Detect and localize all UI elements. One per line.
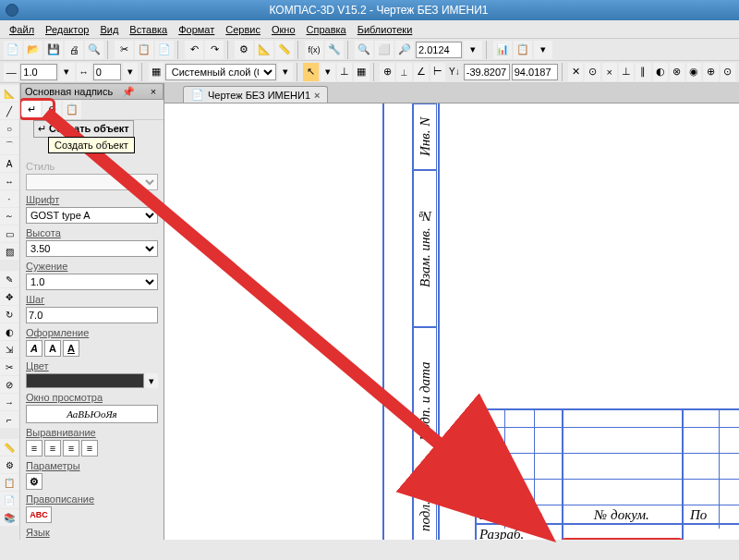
cut-button[interactable]: ✂ xyxy=(115,41,133,59)
align-justify-button[interactable]: ≡ xyxy=(81,440,98,457)
tab-document[interactable]: 📄 Чертеж БЕЗ ИМЕНИ1 × xyxy=(183,86,328,103)
tool-button[interactable]: 📋 xyxy=(514,41,532,59)
new-button[interactable]: 📄 xyxy=(4,41,22,59)
align-center-button[interactable]: ≡ xyxy=(44,440,61,457)
tool-geometry[interactable]: 📐 xyxy=(0,85,18,102)
ortho-button[interactable]: ⊥ xyxy=(337,63,352,81)
snap-tool[interactable]: ∥ xyxy=(636,63,650,81)
tool-lib[interactable]: 📚 xyxy=(0,509,18,526)
save-button[interactable]: 💾 xyxy=(44,41,63,59)
tool-spline[interactable]: ～ xyxy=(0,208,18,225)
tool-button[interactable]: 📋 xyxy=(63,101,81,119)
underline-button[interactable]: A xyxy=(63,340,79,357)
narrow-select[interactable]: 1.0 xyxy=(26,274,158,290)
zoom-in-button[interactable]: 🔎 xyxy=(395,41,414,59)
dropdown-icon[interactable]: ▾ xyxy=(123,63,138,81)
tool-scale[interactable]: ⇲ xyxy=(0,341,18,358)
tool-button[interactable]: 📏 xyxy=(275,41,294,59)
cursor-button[interactable]: ↖ xyxy=(303,63,318,81)
fx-button[interactable]: f(x) xyxy=(305,41,323,59)
tool-button[interactable]: 🔧 xyxy=(325,41,344,59)
menu-format[interactable]: Формат xyxy=(173,22,220,37)
align-left-button[interactable]: ≡ xyxy=(26,440,42,457)
tool-measure[interactable]: 📏 xyxy=(0,439,18,456)
tool-button[interactable]: 📊 xyxy=(493,41,512,59)
menu-help[interactable]: Справка xyxy=(301,22,352,37)
canvas-area[interactable]: 📄 Чертеж БЕЗ ИМЕНИ1 × Инв. N Взам. инв. … xyxy=(164,83,739,540)
line-style-button[interactable]: — xyxy=(4,63,18,81)
layer-select[interactable]: Системный слой (0) xyxy=(165,64,276,80)
step-button[interactable]: ↔ xyxy=(77,63,91,81)
font-select[interactable]: GOST type A xyxy=(26,207,158,224)
snap-tool[interactable]: ✕ xyxy=(568,63,583,81)
menu-file[interactable]: Файл xyxy=(4,22,40,37)
bold-button[interactable]: A xyxy=(44,340,61,357)
preview-button[interactable]: 🔍 xyxy=(85,41,103,59)
snap-button[interactable]: ⟂ xyxy=(396,63,411,81)
tool-button[interactable]: 📐 xyxy=(255,41,273,59)
coord-x-input[interactable] xyxy=(464,64,510,80)
snap-button[interactable]: ⊢ xyxy=(430,63,445,81)
close-tab-icon[interactable]: × xyxy=(314,90,320,101)
dropdown-icon[interactable]: ▾ xyxy=(59,63,74,81)
tool-mirror[interactable]: ◐ xyxy=(0,323,18,340)
tool-button[interactable]: ⚙ xyxy=(235,41,253,59)
menu-insert[interactable]: Вставка xyxy=(124,22,173,37)
undo-button[interactable]: ↶ xyxy=(185,41,203,59)
tool-param[interactable]: ⚙ xyxy=(0,457,18,473)
tool-edit[interactable]: ✎ xyxy=(0,271,18,287)
snap-tool[interactable]: ⊙ xyxy=(721,63,735,81)
create-object-item[interactable]: ↵ Создать объект xyxy=(33,120,134,138)
snap-tool[interactable]: ◉ xyxy=(686,63,701,81)
tool-rotate[interactable]: ↻ xyxy=(0,306,18,323)
step-input[interactable] xyxy=(26,307,158,323)
tool-report[interactable]: 📄 xyxy=(0,492,18,508)
tool-hatch[interactable]: ▨ xyxy=(0,243,18,260)
dropdown-icon[interactable]: ▾ xyxy=(321,63,335,81)
snap-tool[interactable]: ⊥ xyxy=(619,63,634,81)
spellcheck-button[interactable]: ABC xyxy=(26,506,52,523)
dropdown-icon[interactable]: ▾ xyxy=(534,41,552,59)
grid-button[interactable]: ▦ xyxy=(354,63,369,81)
tool-fillet[interactable]: ⌐ xyxy=(0,411,18,428)
dropdown-icon[interactable]: ▾ xyxy=(464,41,482,59)
tool-extend[interactable]: → xyxy=(0,394,18,410)
coord-y-input[interactable] xyxy=(512,64,558,80)
snap-tool[interactable]: ◐ xyxy=(653,63,668,81)
close-icon[interactable]: × xyxy=(148,86,159,97)
copy-button[interactable]: 📋 xyxy=(135,41,153,59)
dropdown-icon[interactable]: ▾ xyxy=(278,63,293,81)
tool-point[interactable]: · xyxy=(0,190,18,207)
line-width-input[interactable] xyxy=(20,64,57,80)
menu-view[interactable]: Вид xyxy=(94,22,124,37)
snap-tool[interactable]: ⊕ xyxy=(703,63,718,81)
snap-tool[interactable]: ⊙ xyxy=(585,63,600,81)
paste-button[interactable]: 📄 xyxy=(155,41,174,59)
snap-tool[interactable]: ⊗ xyxy=(670,63,684,81)
zoom-out-button[interactable]: 🔍 xyxy=(355,41,373,59)
height-select[interactable]: 3.50 xyxy=(26,240,158,257)
snap-tool[interactable]: × xyxy=(602,63,617,81)
italic-button[interactable]: A xyxy=(26,340,42,357)
open-button[interactable]: 📂 xyxy=(24,41,42,59)
redo-button[interactable]: ↷ xyxy=(205,41,224,59)
snap-button[interactable]: ⊕ xyxy=(380,63,394,81)
tool-text[interactable]: A xyxy=(0,155,18,172)
menu-window[interactable]: Окно xyxy=(266,22,301,37)
pin-icon[interactable]: 📌 xyxy=(122,86,135,98)
tool-spec[interactable]: 📋 xyxy=(0,474,18,491)
tool-break[interactable]: ⊘ xyxy=(0,376,18,393)
tool-trim[interactable]: ✂ xyxy=(0,359,18,375)
tool-rect[interactable]: ▭ xyxy=(0,225,18,242)
snap-button[interactable]: ∠ xyxy=(414,63,429,81)
tool-circle[interactable]: ○ xyxy=(0,120,18,137)
tool-arc[interactable]: ⌒ xyxy=(0,138,18,154)
align-right-button[interactable]: ≡ xyxy=(63,440,79,457)
zoom-input[interactable] xyxy=(416,42,462,58)
zoom-fit-button[interactable]: ⬜ xyxy=(375,41,394,59)
tool-line[interactable]: ╱ xyxy=(0,103,18,119)
print-button[interactable]: 🖨 xyxy=(65,41,83,59)
tool-dim[interactable]: ↔ xyxy=(0,173,18,189)
tool-move[interactable]: ✥ xyxy=(0,288,18,305)
layer-button[interactable]: ▦ xyxy=(149,63,164,81)
